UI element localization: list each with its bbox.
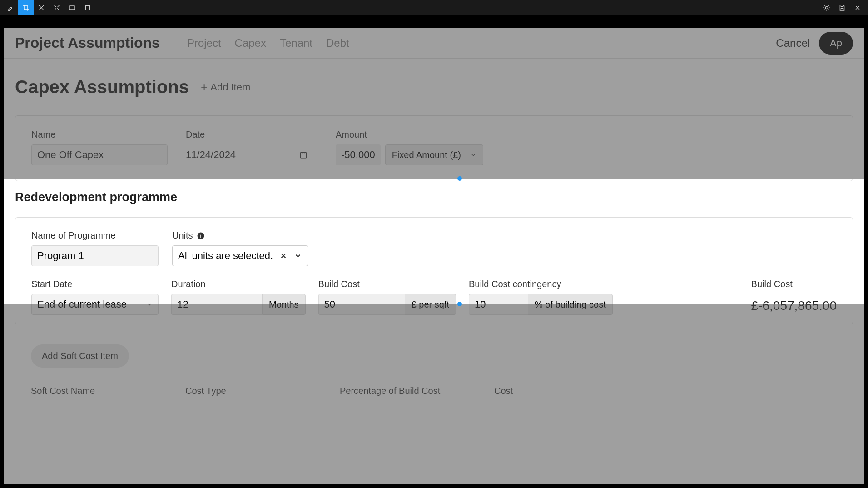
app-header: Project Assumptions Project Capex Tenant… xyxy=(4,28,864,59)
screen-icon[interactable] xyxy=(64,0,80,15)
name-label: Name xyxy=(31,129,168,140)
expand-icon[interactable] xyxy=(49,0,64,15)
softcost-cost-header: Cost xyxy=(494,386,585,396)
contingency-input[interactable] xyxy=(469,294,528,315)
start-date-label: Start Date xyxy=(31,279,159,289)
tab-list: Project Capex Tenant Debt xyxy=(187,37,349,50)
date-label: Date xyxy=(186,129,317,140)
start-date-value: End of current lease xyxy=(37,299,127,310)
brush-icon[interactable] xyxy=(3,0,18,15)
duration-label: Duration xyxy=(171,279,306,289)
buildcost-input[interactable] xyxy=(318,294,405,315)
apply-button[interactable]: Ap xyxy=(819,32,853,55)
crop-icon[interactable] xyxy=(18,0,34,15)
amount-value[interactable]: -50,000 xyxy=(336,144,381,165)
close-icon[interactable] xyxy=(850,0,865,15)
date-value: 11/24/2024 xyxy=(186,149,236,161)
capex-section: Capex Assumptions + Add Item xyxy=(4,59,864,102)
name-input[interactable] xyxy=(31,144,168,165)
softcost-pct-header: Percentage of Build Cost xyxy=(340,386,476,396)
svg-rect-0 xyxy=(69,6,75,10)
svg-rect-1 xyxy=(85,5,89,10)
editor-toolbar xyxy=(0,0,868,15)
units-select[interactable]: All units are selected. xyxy=(172,245,308,266)
softcost-name-header: Soft Cost Name xyxy=(31,386,167,396)
plus-icon: + xyxy=(201,80,208,94)
embedded-app: Project Assumptions Project Capex Tenant… xyxy=(4,28,864,484)
stop-icon[interactable] xyxy=(80,0,95,15)
duration-input[interactable] xyxy=(171,294,262,315)
add-item-label: Add Item xyxy=(210,81,250,93)
tab-tenant[interactable]: Tenant xyxy=(280,37,312,50)
duration-unit: Months xyxy=(262,294,306,315)
crop-handle-bottom[interactable] xyxy=(457,302,462,306)
amount-type-label: Fixed Amount (£) xyxy=(392,150,461,160)
build-cost-total-label: Build Cost xyxy=(751,279,837,289)
redev-card: Name of Programme Units i All units are … xyxy=(15,217,853,324)
program-name-label: Name of Programme xyxy=(31,230,159,241)
eraser-icon[interactable] xyxy=(34,0,49,15)
buildcost-label: Build Cost xyxy=(318,279,456,289)
crop-handle-top[interactable] xyxy=(457,176,462,181)
program-name-input[interactable] xyxy=(31,245,159,266)
buildcost-unit: £ per sqft xyxy=(405,294,456,315)
softcost-section: Add Soft Cost Item Soft Cost Name Cost T… xyxy=(4,335,864,410)
page-title: Project Assumptions xyxy=(15,35,160,51)
add-softcost-button[interactable]: Add Soft Cost Item xyxy=(31,344,129,368)
softcost-type-header: Cost Type xyxy=(185,386,322,396)
cancel-button[interactable]: Cancel xyxy=(776,37,810,50)
add-item-button[interactable]: + Add Item xyxy=(197,78,254,96)
info-icon[interactable]: i xyxy=(197,232,205,240)
date-input[interactable]: 11/24/2024 xyxy=(186,144,317,165)
build-cost-total-value: £-6,057,865.00 xyxy=(751,299,837,313)
tab-debt[interactable]: Debt xyxy=(326,37,349,50)
start-date-select[interactable]: End of current lease xyxy=(31,294,159,315)
save-icon[interactable] xyxy=(834,0,850,15)
chevron-down-icon[interactable] xyxy=(294,252,302,260)
amount-type-select[interactable]: Fixed Amount (£) xyxy=(385,144,483,165)
capex-title: Capex Assumptions xyxy=(15,77,189,97)
svg-point-2 xyxy=(825,6,828,9)
redev-title: Redevelopment programme xyxy=(15,190,853,204)
calendar-icon xyxy=(299,151,308,159)
redev-section: Redevelopment programme Name of Programm… xyxy=(4,181,864,335)
chevron-down-icon xyxy=(146,301,153,308)
units-label: Units i xyxy=(172,230,308,241)
svg-rect-3 xyxy=(300,153,307,158)
clear-icon[interactable] xyxy=(279,252,288,260)
tab-project[interactable]: Project xyxy=(187,37,221,50)
svg-text:i: i xyxy=(200,233,201,238)
contingency-unit: % of building cost xyxy=(528,294,613,315)
units-text: All units are selected. xyxy=(178,250,273,262)
chevron-down-icon xyxy=(470,152,476,158)
tab-capex[interactable]: Capex xyxy=(235,37,266,50)
capex-card: Name Date 11/24/2024 Amount -50,000 Fixe… xyxy=(15,115,853,181)
contingency-label: Build Cost contingency xyxy=(469,279,613,289)
amount-label: Amount xyxy=(336,129,517,140)
sun-icon[interactable] xyxy=(819,0,834,15)
